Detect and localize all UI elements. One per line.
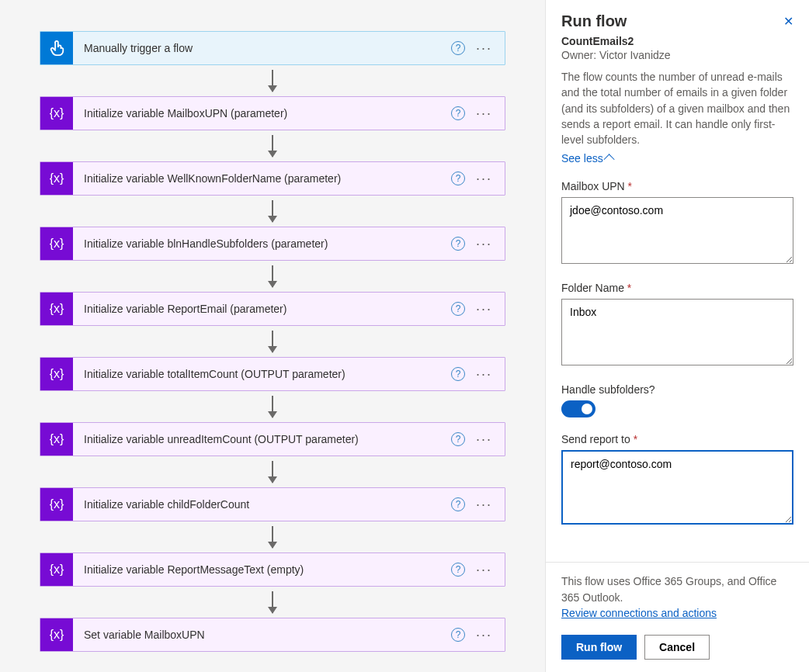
arrow-icon [272,200,273,222]
more-icon[interactable]: ··· [476,241,492,246]
see-less-text: See less [561,152,603,165]
flow-column: Manually trigger a flow ? ··· {x} Initia… [0,31,545,652]
arrow-icon [272,526,273,548]
flow-step-card[interactable]: {x} Initialize variable ReportEmail (par… [40,292,505,326]
arrow-icon [272,135,273,157]
variable-icon: {x} [40,618,73,651]
handle-subfolders-label: Handle subfolders? [561,383,793,396]
toggle-knob [582,404,592,414]
step-title: Initialize variable ReportEmail (paramet… [73,303,451,315]
arrow-icon [272,331,273,352]
help-icon[interactable]: ? [451,367,465,381]
panel-heading-text: Run flow [561,12,627,30]
variable-icon: {x} [40,358,73,390]
flow-canvas: Manually trigger a flow ? ··· {x} Initia… [0,0,545,672]
step-title: Set variable MailboxUPN [73,629,451,641]
chevron-up-icon [603,154,614,165]
step-title: Initialize variable WellKnownFolderName … [73,172,451,185]
handle-subfolders-toggle[interactable] [561,400,595,417]
manual-trigger-icon [40,32,73,64]
flow-step-card[interactable]: {x} Initialize variable blnHandleSubfold… [40,227,505,261]
send-report-to-field: Send report to * report@contoso.com [561,433,793,527]
variable-icon: {x} [40,423,73,456]
arrow-icon [272,461,273,483]
variable-icon: {x} [40,227,73,260]
panel-body: Run flow ✕ CountEmails2 Owner: Victor Iv… [546,0,809,562]
button-row: Run flow Cancel [561,635,793,660]
help-icon[interactable]: ? [451,302,465,316]
help-icon[interactable]: ? [451,237,465,251]
more-icon[interactable]: ··· [476,502,492,507]
panel-heading: Run flow ✕ [561,12,793,30]
arrow-icon [272,70,273,92]
flow-name-label: CountEmails2 [561,35,793,47]
variable-icon: {x} [40,488,73,521]
cancel-button[interactable]: Cancel [644,635,710,660]
folder-name-field: Folder Name * Inbox [561,282,793,368]
mailbox-upn-label: Mailbox UPN * [561,180,793,192]
handle-subfolders-field: Handle subfolders? [561,383,793,417]
more-icon[interactable]: ··· [476,372,492,376]
trigger-title: Manually trigger a flow [73,42,451,54]
help-icon[interactable]: ? [451,628,465,642]
connectors-used-text: This flow uses Office 365 Groups, and Of… [561,573,793,605]
step-title: Initialize variable ReportMessageText (e… [73,563,451,576]
flow-step-card[interactable]: {x} Initialize variable WellKnownFolderN… [40,161,505,196]
step-title: Initialize variable totalItemCount (OUTP… [73,368,451,380]
flow-step-card[interactable]: {x} Initialize variable ReportMessageTex… [40,552,505,587]
help-icon[interactable]: ? [451,106,465,120]
panel-footer: This flow uses Office 365 Groups, and Of… [546,562,809,672]
review-connections-link[interactable]: Review connections and actions [561,607,717,619]
arrow-icon [272,396,273,417]
owner-label: Owner: Victor Ivanidze [561,49,793,61]
more-icon[interactable]: ··· [476,632,492,637]
folder-name-input[interactable]: Inbox [561,299,793,365]
send-report-to-input[interactable]: report@contoso.com [561,450,793,525]
variable-icon: {x} [40,97,73,130]
arrow-icon [272,265,273,287]
more-icon[interactable]: ··· [476,176,492,181]
mailbox-upn-input[interactable]: jdoe@contoso.com [561,197,793,264]
close-icon[interactable]: ✕ [783,14,793,29]
flow-step-card[interactable]: {x} Initialize variable childFolderCount… [40,487,505,521]
flow-step-card[interactable]: {x} Set variable MailboxUPN ? ··· [40,618,505,652]
variable-icon: {x} [40,553,73,586]
more-icon[interactable]: ··· [476,111,492,116]
folder-name-label: Folder Name * [561,282,793,294]
more-icon[interactable]: ··· [476,307,492,311]
arrow-icon [272,591,273,613]
mailbox-upn-field: Mailbox UPN * jdoe@contoso.com [561,180,793,266]
variable-icon: {x} [40,293,73,325]
flow-description: The flow counts the number of unread e-m… [561,69,793,147]
see-less-link[interactable]: See less [561,152,614,165]
send-report-to-label: Send report to * [561,433,793,445]
more-icon[interactable]: ··· [476,567,492,572]
step-title: Initialize variable MailboxUPN (paramete… [73,107,451,120]
help-icon[interactable]: ? [451,432,465,446]
step-title: Initialize variable unreadItemCount (OUT… [73,433,451,445]
help-icon[interactable]: ? [451,171,465,185]
flow-step-card[interactable]: {x} Initialize variable MailboxUPN (para… [40,96,505,130]
variable-icon: {x} [40,162,73,195]
run-flow-button[interactable]: Run flow [561,635,637,660]
run-flow-panel: Run flow ✕ CountEmails2 Owner: Victor Iv… [545,0,809,672]
help-icon[interactable]: ? [451,41,465,55]
flow-step-card[interactable]: {x} Initialize variable unreadItemCount … [40,422,505,456]
help-icon[interactable]: ? [451,563,465,577]
more-icon[interactable]: ··· [476,437,492,442]
help-icon[interactable]: ? [451,497,465,511]
step-title: Initialize variable childFolderCount [73,498,451,511]
flow-trigger-card[interactable]: Manually trigger a flow ? ··· [40,31,505,65]
more-icon[interactable]: ··· [476,46,492,50]
step-title: Initialize variable blnHandleSubfolders … [73,237,451,250]
flow-step-card[interactable]: {x} Initialize variable totalItemCount (… [40,357,505,391]
